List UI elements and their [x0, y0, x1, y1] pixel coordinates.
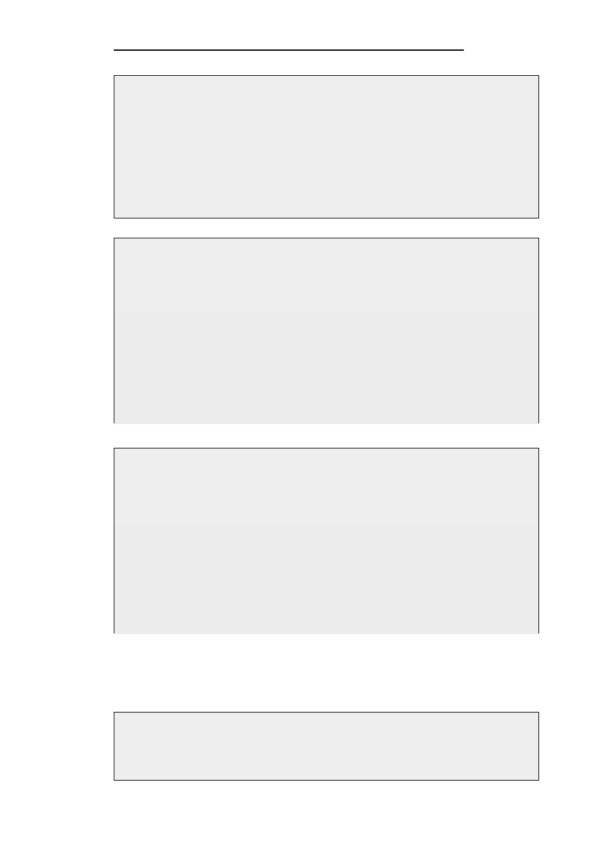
horizontal-rule — [114, 49, 464, 51]
content-box-2 — [114, 238, 539, 423]
content-box-3-inner — [114, 524, 538, 634]
content-box-4 — [114, 712, 539, 781]
content-box-3 — [114, 448, 539, 633]
content-box-1 — [114, 75, 539, 218]
content-box-2-inner — [114, 314, 538, 424]
